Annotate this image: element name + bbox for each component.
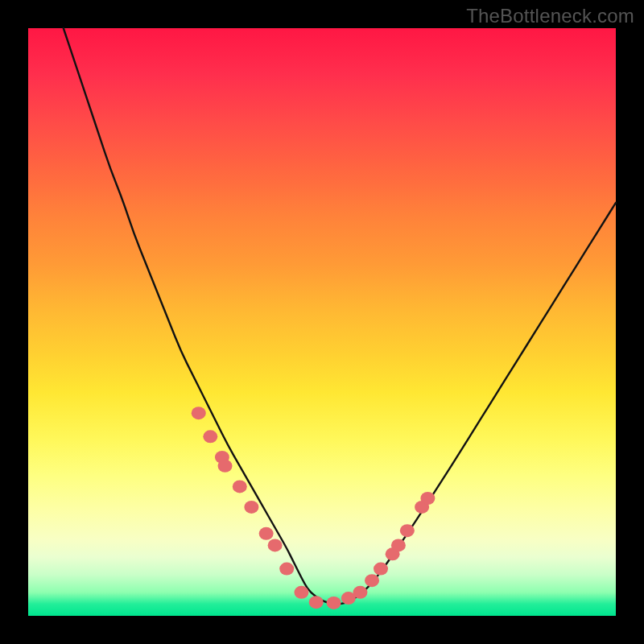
watermark-text: TheBottleneck.com (466, 5, 634, 27)
plot-area (28, 28, 616, 616)
data-dot (279, 563, 294, 576)
data-dot (309, 596, 324, 609)
curve-line (64, 28, 616, 604)
bottleneck-curve-svg (28, 28, 616, 616)
data-dot (327, 597, 341, 609)
data-dot (374, 563, 388, 576)
data-dot (353, 586, 367, 599)
data-dot (192, 407, 206, 419)
data-dot (259, 527, 274, 540)
data-dot (294, 586, 308, 599)
data-dot (244, 501, 258, 514)
curve-dots (192, 407, 436, 609)
data-dot (218, 460, 233, 473)
chart-frame: TheBottleneck.com (0, 0, 644, 644)
data-dot (233, 480, 247, 493)
data-dot (203, 430, 217, 443)
data-dot (391, 539, 406, 551)
data-dot (420, 492, 435, 505)
data-dot (268, 539, 283, 551)
data-dot (400, 524, 415, 537)
data-dot (365, 574, 379, 587)
